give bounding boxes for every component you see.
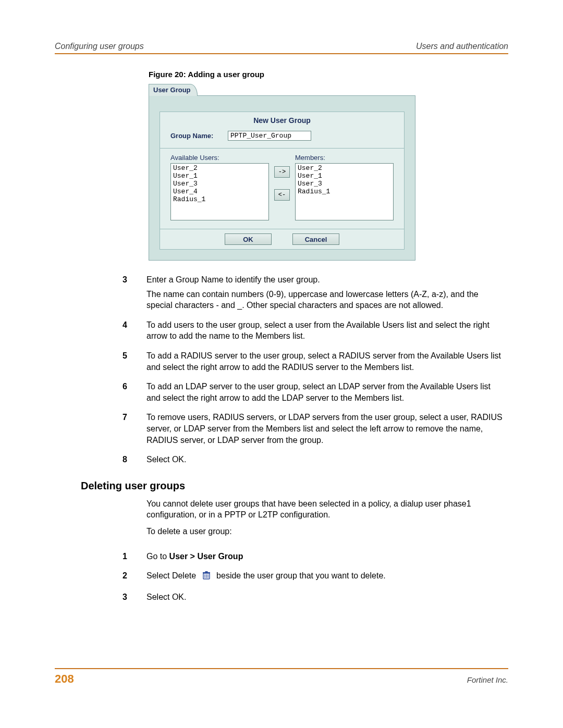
running-head: Configuring user groups Users and authen…: [55, 42, 508, 53]
step-text: To add users to the user group, select a…: [146, 319, 503, 342]
remove-member-button[interactable]: <-: [274, 189, 290, 201]
step-text: To add a RADIUS server to the user group…: [146, 350, 503, 373]
step-text: The name can contain numbers (0-9), uppe…: [146, 289, 503, 311]
svg-rect-5: [205, 571, 207, 572]
user-lists-section: Available Users: User_2User_1User_3User_…: [160, 148, 404, 229]
list-item[interactable]: User_3: [173, 180, 266, 188]
step-number: 2: [55, 570, 146, 586]
new-user-group-panel: New User Group Group Name: Available Use…: [160, 112, 405, 250]
panel-title: New User Group: [160, 112, 404, 129]
dialog-background: New User Group Group Name: Available Use…: [149, 96, 415, 261]
list-item[interactable]: User_3: [298, 180, 391, 188]
list-item[interactable]: User_4: [173, 188, 266, 195]
page-number: 208: [55, 672, 74, 686]
members-listbox[interactable]: User_2User_1User_3Radius_1: [295, 163, 394, 220]
step-body: To add users to the user group, select a…: [146, 319, 508, 345]
tabstrip: User Group: [149, 84, 415, 96]
list-item[interactable]: Radius_1: [173, 195, 266, 203]
step-number: 3: [55, 274, 146, 314]
figure-caption: Figure 20: Adding a user group: [149, 70, 508, 79]
step-text: Go to: [146, 552, 169, 561]
deleting-lead: To delete a user group:: [146, 526, 503, 537]
trash-icon: [202, 571, 211, 583]
step-body: Select OK.: [146, 591, 508, 606]
footer-brand: Fortinet Inc.: [467, 675, 508, 684]
dialog-buttons: OK Cancel: [160, 229, 404, 249]
steps-list-a: 3Enter a Group Name to identify the user…: [55, 274, 508, 468]
step-body: Select OK.: [146, 454, 508, 468]
members-label: Members:: [295, 154, 394, 162]
step-body: Select Delete beside the user group that…: [146, 570, 508, 586]
add-member-button[interactable]: ->: [274, 166, 290, 178]
ok-button[interactable]: OK: [225, 233, 272, 245]
list-item[interactable]: User_2: [298, 164, 391, 172]
step-number: 8: [55, 454, 146, 468]
step-number: 5: [55, 350, 146, 376]
svg-rect-4: [203, 572, 210, 573]
step-number: 3: [55, 591, 146, 606]
step-text: Enter a Group Name to identify the user …: [146, 274, 503, 286]
footer: 208 Fortinet Inc.: [55, 669, 508, 686]
group-name-input[interactable]: [228, 131, 311, 141]
step-number: 1: [55, 551, 146, 565]
step-body: To add an LDAP server to the user group,…: [146, 381, 508, 406]
list-item[interactable]: User_2: [173, 164, 266, 172]
step-text: To remove users, RADIUS servers, or LDAP…: [146, 412, 503, 446]
step-number: 6: [55, 381, 146, 406]
list-item[interactable]: Radius_1: [298, 188, 391, 195]
step-text: To add an LDAP server to the user group,…: [146, 381, 503, 403]
step-body: To add a RADIUS server to the user group…: [146, 350, 508, 376]
step-text: beside the user group that you want to d…: [216, 571, 386, 580]
step-number: 4: [55, 319, 146, 345]
available-users-listbox[interactable]: User_2User_1User_3User_4Radius_1: [170, 163, 269, 220]
tab-user-group[interactable]: User Group: [149, 84, 198, 96]
step-body: To remove users, RADIUS servers, or LDAP…: [146, 412, 508, 449]
running-head-right: Users and authentication: [416, 42, 508, 51]
header-rule: [55, 53, 508, 54]
group-name-label: Group Name:: [170, 132, 228, 140]
deleting-intro: You cannot delete user groups that have …: [146, 498, 503, 521]
running-head-left: Configuring user groups: [55, 42, 144, 51]
step-text: Select Delete: [146, 571, 196, 580]
step-text: Select OK.: [146, 591, 503, 603]
step-bold-path: User > User Group: [169, 552, 243, 561]
available-users-label: Available Users:: [170, 154, 269, 162]
cancel-button[interactable]: Cancel: [292, 233, 339, 245]
deleting-user-groups-heading: Deleting user groups: [81, 480, 508, 492]
step-text: Select OK.: [146, 454, 503, 465]
group-name-row: Group Name:: [160, 129, 404, 148]
step-number: 7: [55, 412, 146, 449]
user-group-dialog: User Group New User Group Group Name: Av…: [149, 84, 415, 261]
step-body: Enter a Group Name to identify the user …: [146, 274, 508, 314]
step-body: Go to User > User Group: [146, 551, 508, 565]
list-item[interactable]: User_1: [173, 172, 266, 180]
steps-list-b: 1 Go to User > User Group 2 Select Delet…: [55, 551, 508, 606]
list-item[interactable]: User_1: [298, 172, 391, 180]
